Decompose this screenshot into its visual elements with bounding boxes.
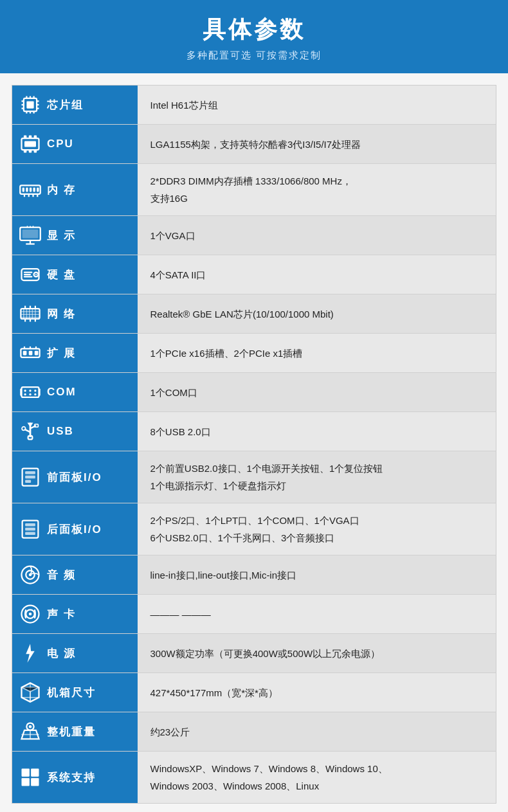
table-row: 系统支持WindowsXP、Windows 7、Windows 8、Window… <box>12 752 496 804</box>
icon-rear-io <box>19 518 42 541</box>
svg-rect-19 <box>24 150 27 153</box>
label-text-soundcard: 声 卡 <box>47 607 76 622</box>
svg-rect-18 <box>34 136 37 139</box>
value-cell-chipset: Intel H61芯片组 <box>138 86 496 125</box>
value-cell-power: 300W额定功率（可更换400W或500W以上冗余电源） <box>138 634 496 673</box>
svg-rect-15 <box>24 141 36 147</box>
label-cell-audio: 音 频 <box>12 555 138 595</box>
label-cell-front-io: 前面板I/O <box>12 451 138 503</box>
label-text-audio: 音 频 <box>47 568 76 582</box>
value-cell-hdd: 4个SATA II口 <box>138 255 496 294</box>
svg-rect-89 <box>25 528 35 531</box>
svg-point-41 <box>35 274 37 275</box>
label-cell-case-size: 机箱尺寸 <box>12 673 138 712</box>
value-cell-cpu: LGA1155构架，支持英特尔酷睿3代I3/I5/I7处理器 <box>138 125 496 164</box>
table-wrap: 芯片组Intel H61芯片组 CPULGA1155构架，支持英特尔酷睿3代I3… <box>0 73 508 812</box>
label-cell-chipset: 芯片组 <box>12 86 138 125</box>
svg-point-72 <box>29 393 31 395</box>
label-text-front-io: 前面板I/O <box>47 470 102 485</box>
label-text-case-size: 机箱尺寸 <box>47 685 96 700</box>
label-cell-network: 网 络 <box>12 294 138 334</box>
value-cell-expand: 1个PCIe x16插槽、2个PCIe x1插槽 <box>138 334 496 373</box>
value-cell-network: Realtek® GbE LAN芯片(10/100/1000 Mbit) <box>138 294 496 334</box>
value-cell-com: 1个COM口 <box>138 373 496 412</box>
icon-front-io <box>19 465 42 489</box>
spec-table: 芯片组Intel H61芯片组 CPULGA1155构架，支持英特尔酷睿3代I3… <box>12 85 496 804</box>
table-row: 电 源300W额定功率（可更换400W或500W以上冗余电源） <box>12 634 496 673</box>
value-cell-front-io: 2个前置USB2.0接口、1个电源开关按钮、1个复位按钮 1个电源指示灯、1个硬… <box>138 451 496 503</box>
svg-rect-103 <box>31 769 39 777</box>
table-row: 显 示1个VGA口 <box>12 216 496 255</box>
label-cell-ram: 内 存 <box>12 164 138 216</box>
table-row: 整机重量约23公斤 <box>12 712 496 752</box>
table-row: 机箱尺寸427*450*177mm（宽*深*高） <box>12 673 496 712</box>
svg-rect-1 <box>26 101 33 108</box>
value-cell-rear-io: 2个PS/2口、1个LPT口、1个COM口、1个VGA口 6个USB2.0口、1… <box>138 503 496 555</box>
page-title: 具体参数 <box>0 14 508 46</box>
label-text-cpu: CPU <box>47 138 74 150</box>
value-cell-usb: 8个USB 2.0口 <box>138 412 496 451</box>
svg-rect-61 <box>23 351 27 356</box>
label-cell-expand: 扩 展 <box>12 334 138 373</box>
icon-chipset <box>19 93 42 116</box>
table-row: 芯片组Intel H61芯片组 <box>12 86 496 125</box>
svg-rect-24 <box>26 188 28 192</box>
svg-rect-84 <box>25 471 35 474</box>
label-text-expand: 扩 展 <box>47 346 76 361</box>
icon-case-size <box>19 681 42 704</box>
svg-rect-20 <box>29 150 32 153</box>
icon-power <box>19 642 42 665</box>
icon-cpu <box>19 132 42 156</box>
svg-rect-82 <box>28 436 33 440</box>
page-subtitle: 多种配置可选 可按需求定制 <box>0 50 508 62</box>
svg-rect-86 <box>25 480 31 483</box>
label-cell-display: 显 示 <box>12 216 138 255</box>
header: 具体参数 多种配置可选 可按需求定制 <box>0 0 508 73</box>
table-row: 硬 盘4个SATA II口 <box>12 255 496 294</box>
table-row: 前面板I/O2个前置USB2.0接口、1个电源开关按钮、1个复位按钮 1个电源指… <box>12 451 496 503</box>
table-row: CPULGA1155构架，支持英特尔酷睿3代I3/I5/I7处理器 <box>12 125 496 164</box>
label-cell-os: 系统支持 <box>12 752 138 804</box>
icon-ram <box>19 178 42 201</box>
icon-display <box>19 224 42 247</box>
icon-com <box>19 381 42 404</box>
table-row: 扩 展1个PCIe x16插槽、2个PCIe x1插槽 <box>12 334 496 373</box>
icon-usb <box>19 420 42 443</box>
value-cell-os: WindowsXP、Windows 7、Windows 8、Windows 10… <box>138 752 496 804</box>
svg-point-96 <box>29 613 32 616</box>
table-row: 音 频line-in接口,line-out接口,Mic-in接口 <box>12 555 496 595</box>
icon-hdd <box>19 263 42 286</box>
value-cell-case-size: 427*450*177mm（宽*深*高） <box>138 673 496 712</box>
table-row: 网 络Realtek® GbE LAN芯片(10/100/1000 Mbit) <box>12 294 496 334</box>
svg-point-73 <box>34 393 36 395</box>
label-cell-power: 电 源 <box>12 634 138 673</box>
icon-audio <box>19 563 42 586</box>
label-cell-soundcard: 声 卡 <box>12 595 138 634</box>
svg-rect-25 <box>30 188 32 192</box>
value-cell-ram: 2*DDR3 DIMM内存插槽 1333/1066/800 MHz， 支持16G <box>138 164 496 216</box>
value-cell-audio: line-in接口,line-out接口,Mic-in接口 <box>138 555 496 595</box>
icon-network <box>19 302 42 325</box>
svg-rect-85 <box>25 476 35 479</box>
table-row: 声 卡——— ——— <box>12 595 496 634</box>
label-text-ram: 内 存 <box>47 183 76 197</box>
label-cell-rear-io: 后面板I/O <box>12 503 138 555</box>
svg-rect-23 <box>23 188 24 192</box>
icon-weight <box>19 720 42 743</box>
value-cell-soundcard: ——— ——— <box>138 595 496 634</box>
label-text-chipset: 芯片组 <box>47 98 84 113</box>
svg-rect-26 <box>33 188 35 192</box>
svg-point-71 <box>24 393 26 395</box>
svg-point-68 <box>24 390 26 392</box>
svg-rect-102 <box>22 769 30 777</box>
svg-rect-79 <box>35 424 39 428</box>
label-text-hdd: 硬 盘 <box>47 267 76 282</box>
icon-os <box>19 766 42 789</box>
svg-marker-77 <box>28 423 33 428</box>
svg-rect-67 <box>22 387 39 397</box>
icon-expand <box>19 341 42 365</box>
label-text-power: 电 源 <box>47 646 76 661</box>
label-text-rear-io: 后面板I/O <box>47 522 102 537</box>
value-cell-display: 1个VGA口 <box>138 216 496 255</box>
svg-rect-90 <box>25 532 35 536</box>
